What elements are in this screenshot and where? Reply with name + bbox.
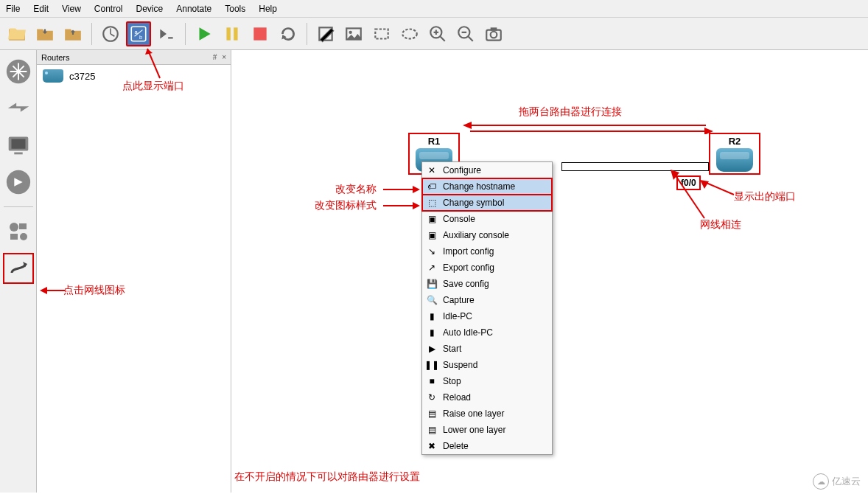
menu-item-label: Change symbol	[443, 198, 504, 208]
svg-rect-10	[375, 29, 388, 38]
zoom-out-button[interactable]	[453, 21, 478, 46]
capture-icon: 🔍	[425, 294, 438, 306]
arrow-icon	[40, 285, 65, 296]
menu-item-label: Idle-PC	[443, 311, 472, 321]
menu-item-label: Start	[443, 344, 461, 354]
annotation-change-name: 改变名称	[335, 183, 377, 196]
annotation-drag-connect: 拖两台路由器进行连接	[519, 105, 622, 119]
save-project-button[interactable]	[60, 21, 85, 46]
all-devices-button[interactable]	[3, 216, 34, 247]
screenshot-button[interactable]	[481, 21, 506, 46]
menu-item-suspend[interactable]: ❚❚Suspend	[422, 357, 552, 373]
menu-bar: File Edit View Control Device Annotate T…	[0, 0, 868, 18]
menu-item-label: Delete	[443, 441, 469, 451]
console-all-button[interactable]	[154, 21, 179, 46]
menu-item-stop[interactable]: ■Stop	[422, 373, 552, 389]
annotation-change-symbol: 改变图标样式	[315, 199, 377, 212]
watermark-text: 亿速云	[832, 475, 861, 488]
panel-controls[interactable]: # ×	[213, 53, 228, 61]
annotation-cable-icon: 点击网线图标	[63, 284, 125, 297]
show-ports-button[interactable]: ab	[126, 21, 151, 46]
switches-category-button[interactable]	[3, 93, 34, 124]
routers-category-button[interactable]	[3, 56, 34, 87]
menu-item-label: Save config	[443, 279, 489, 289]
svg-point-25	[20, 233, 27, 240]
zoom-in-button[interactable]	[425, 21, 450, 46]
menu-item-change-hostname[interactable]: 🏷Change hostname	[422, 178, 552, 195]
menu-item-configure[interactable]: ✕Configure	[422, 162, 552, 178]
snapshot-button[interactable]	[98, 21, 123, 46]
svg-marker-29	[40, 287, 47, 294]
open-project-button[interactable]	[32, 21, 57, 46]
annotate-ellipse-button[interactable]	[397, 21, 422, 46]
svg-point-9	[349, 30, 352, 33]
suspend-icon: ❚❚	[425, 359, 438, 371]
menu-item-console[interactable]: ▣Console	[422, 211, 552, 227]
menu-item-label: Export config	[443, 262, 494, 273]
menu-file[interactable]: File	[6, 4, 20, 14]
svg-point-22	[10, 223, 18, 232]
menu-item-label: Stop	[443, 376, 461, 386]
svg-rect-24	[10, 234, 18, 240]
start-all-button[interactable]	[192, 21, 217, 46]
node-r2[interactable]: R2	[709, 133, 760, 175]
end-devices-button[interactable]	[3, 130, 34, 161]
svg-marker-27	[145, 49, 153, 55]
stop-icon: ■	[425, 375, 438, 387]
menu-item-label: Raise one layer	[443, 408, 504, 419]
menu-item-label: Capture	[443, 295, 475, 305]
menu-item-start[interactable]: ▶Start	[422, 341, 552, 357]
annotate-note-button[interactable]	[313, 21, 338, 46]
menu-item-delete[interactable]: ✖Delete	[422, 438, 552, 454]
svg-line-40	[673, 173, 704, 218]
annotation-port-shown: 显示出的端口	[734, 190, 796, 203]
annotate-image-button[interactable]	[341, 21, 366, 46]
menu-tools[interactable]: Tools	[225, 4, 245, 14]
menu-edit[interactable]: Edit	[33, 4, 49, 14]
menu-item-import-config[interactable]: ↘Import config	[422, 243, 552, 260]
annotate-rect-button[interactable]	[369, 21, 394, 46]
menu-annotate[interactable]: Annotate	[176, 4, 211, 14]
svg-marker-33	[413, 202, 420, 209]
arrow-icon	[383, 201, 420, 211]
svg-rect-4	[226, 27, 230, 40]
menu-item-idle-pc[interactable]: ▮Idle-PC	[422, 308, 552, 324]
menu-help[interactable]: Help	[259, 4, 277, 14]
menu-item-label: Auto Idle-PC	[443, 327, 493, 338]
router-icon	[43, 69, 63, 83]
menu-control[interactable]: Control	[94, 4, 123, 14]
export-config-icon: ↗	[425, 262, 438, 274]
menu-item-auto-idle-pc[interactable]: ▮Auto Idle-PC	[422, 324, 552, 341]
annotation-offline-config: 在不开启的情况下可以对路由器进行设置	[234, 470, 420, 484]
svg-rect-5	[234, 27, 237, 40]
svg-rect-20	[11, 139, 25, 148]
svg-point-15	[491, 31, 497, 38]
raise-one-layer-icon: ▤	[425, 408, 438, 420]
node-r2-label: R2	[712, 136, 757, 147]
menu-item-lower-one-layer[interactable]: ▤Lower one layer	[422, 422, 552, 438]
stop-all-button[interactable]	[248, 21, 273, 46]
new-project-button[interactable]	[4, 21, 29, 46]
menu-item-change-symbol[interactable]: ⬚Change symbol	[422, 195, 552, 211]
menu-item-label: Console	[443, 214, 475, 224]
delete-icon: ✖	[425, 440, 438, 452]
svg-rect-16	[491, 27, 497, 30]
pause-all-button[interactable]	[220, 21, 245, 46]
reload-all-button[interactable]	[276, 21, 301, 46]
panel-title: Routers	[41, 53, 70, 62]
menu-device[interactable]: Device	[136, 4, 164, 14]
menu-item-capture[interactable]: 🔍Capture	[422, 292, 552, 308]
menu-item-save-config[interactable]: 💾Save config	[422, 276, 552, 292]
arrow-icon	[383, 184, 420, 195]
menu-item-auxiliary-console[interactable]: ▣Auxiliary console	[422, 227, 552, 243]
add-link-button[interactable]	[3, 253, 34, 284]
console-icon: ▣	[425, 213, 438, 225]
toolbar: ab	[0, 18, 868, 50]
menu-item-label: Suspend	[443, 360, 477, 370]
change-symbol-icon: ⬚	[425, 197, 438, 209]
menu-item-raise-one-layer[interactable]: ▤Raise one layer	[422, 406, 552, 422]
security-devices-button[interactable]	[3, 167, 34, 198]
menu-item-export-config[interactable]: ↗Export config	[422, 260, 552, 276]
menu-view[interactable]: View	[62, 4, 81, 14]
menu-item-reload[interactable]: ↻Reload	[422, 389, 552, 406]
